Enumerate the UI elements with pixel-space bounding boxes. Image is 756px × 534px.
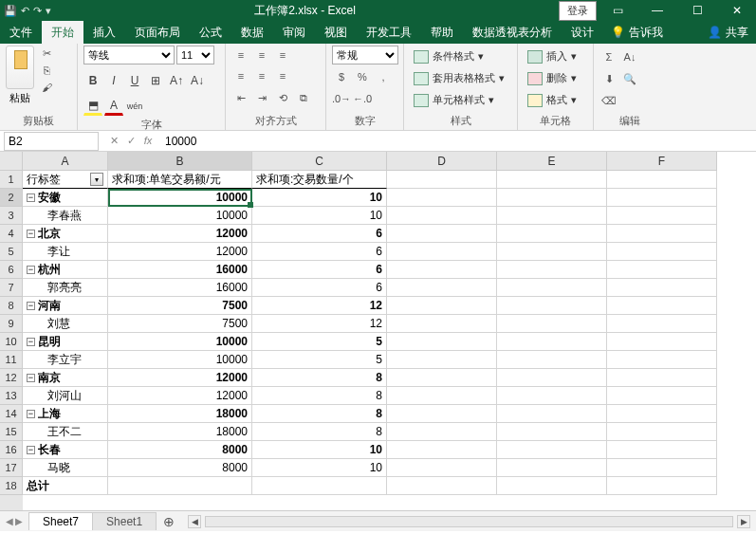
redo-icon[interactable]: ↷ [33, 5, 42, 17]
find-select-button[interactable]: 🔍 [620, 69, 639, 88]
row-header[interactable]: 16 [0, 441, 23, 459]
cell[interactable] [497, 477, 607, 495]
cell[interactable] [497, 351, 607, 369]
cell[interactable] [497, 333, 607, 351]
login-button[interactable]: 登录 [559, 1, 597, 21]
cell[interactable]: −昆明 [23, 333, 108, 351]
cell[interactable] [607, 459, 717, 477]
percent-button[interactable]: % [353, 67, 372, 86]
row-header[interactable]: 10 [0, 333, 23, 351]
orientation-button[interactable]: ⟲ [273, 88, 292, 107]
border-button[interactable]: ⊞ [146, 71, 165, 90]
autosum-button[interactable]: Σ [599, 47, 618, 66]
sort-filter-button[interactable]: A↓ [620, 47, 639, 66]
cell[interactable]: 王不二 [23, 423, 108, 441]
select-all-corner[interactable] [0, 152, 23, 171]
row-header[interactable]: 17 [0, 459, 23, 477]
paste-button[interactable] [6, 46, 34, 89]
cell[interactable]: 18000 [108, 405, 252, 423]
hscroll-left-icon[interactable]: ◀ [188, 515, 201, 528]
delete-cells-button[interactable]: 删除▾ [524, 69, 581, 87]
tab-layout[interactable]: 页面布局 [125, 21, 190, 44]
merge-button[interactable]: ⧉ [294, 88, 313, 107]
cell[interactable] [607, 423, 717, 441]
cell[interactable]: 10 [252, 441, 387, 459]
cell[interactable] [607, 279, 717, 297]
undo-icon[interactable]: ↶ [21, 5, 29, 17]
cell[interactable] [387, 297, 497, 315]
cell[interactable] [387, 441, 497, 459]
qat-more-icon[interactable]: ▾ [46, 5, 51, 17]
cell[interactable]: 10000 [108, 189, 252, 207]
cell[interactable]: 18000 [108, 423, 252, 441]
cell[interactable] [387, 189, 497, 207]
cell-styles-button[interactable]: 单元格样式▾ [410, 91, 498, 109]
cell[interactable] [252, 477, 387, 495]
close-icon[interactable]: ✕ [718, 2, 756, 19]
cell[interactable] [607, 297, 717, 315]
cell[interactable] [497, 261, 607, 279]
cell[interactable] [607, 369, 717, 387]
cell[interactable]: 李让 [23, 243, 108, 261]
conditional-format-button[interactable]: 条件格式▾ [410, 47, 488, 65]
fill-button[interactable]: ⬇ [599, 69, 618, 88]
align-left-button[interactable]: ≡ [231, 66, 250, 85]
tab-data[interactable]: 数据 [231, 21, 273, 44]
cell[interactable] [387, 261, 497, 279]
cell[interactable] [607, 333, 717, 351]
cell[interactable] [387, 459, 497, 477]
minimize-icon[interactable]: — [638, 2, 676, 19]
cell[interactable]: −安徽 [23, 189, 108, 207]
col-header-D[interactable]: D [387, 152, 497, 171]
cell[interactable]: 6 [252, 261, 387, 279]
copy-icon[interactable]: ⎘ [38, 63, 55, 78]
cell[interactable]: 6 [252, 279, 387, 297]
collapse-icon[interactable]: − [27, 266, 35, 274]
align-top-button[interactable]: ≡ [231, 46, 250, 64]
underline-button[interactable]: U [125, 71, 144, 90]
cell[interactable] [497, 441, 607, 459]
align-right-button[interactable]: ≡ [273, 66, 292, 85]
tab-view[interactable]: 视图 [315, 21, 357, 44]
tab-nav-next-icon[interactable]: ▶ [15, 516, 23, 526]
row-header[interactable]: 1 [0, 171, 23, 189]
tab-dev[interactable]: 开发工具 [357, 21, 421, 44]
cell[interactable]: 8 [252, 369, 387, 387]
pivot-header-E[interactable] [497, 171, 607, 189]
cell[interactable] [387, 369, 497, 387]
save-icon[interactable]: 💾 [4, 5, 17, 17]
cell[interactable]: 16000 [108, 279, 252, 297]
cancel-formula-icon[interactable]: ✕ [106, 135, 121, 147]
cell[interactable] [387, 477, 497, 495]
cell[interactable]: 总计 [23, 477, 108, 495]
cell[interactable] [607, 441, 717, 459]
pivot-header-D[interactable] [387, 171, 497, 189]
cell[interactable]: 12000 [108, 369, 252, 387]
cell[interactable] [607, 477, 717, 495]
sheet-tab-sheet7[interactable]: Sheet7 [28, 512, 93, 530]
comma-button[interactable]: , [374, 67, 393, 86]
enter-formula-icon[interactable]: ✓ [123, 135, 138, 147]
italic-button[interactable]: I [104, 71, 123, 90]
cell[interactable] [607, 225, 717, 243]
row-header[interactable]: 9 [0, 315, 23, 333]
pivot-header-F[interactable] [607, 171, 717, 189]
collapse-icon[interactable]: − [27, 230, 35, 238]
cell[interactable] [387, 405, 497, 423]
cell[interactable]: 马晓 [23, 459, 108, 477]
filter-icon[interactable]: ▾ [90, 173, 103, 186]
cell[interactable] [497, 243, 607, 261]
row-header[interactable]: 14 [0, 405, 23, 423]
collapse-icon[interactable]: − [27, 410, 35, 418]
increase-decimal-button[interactable]: .0→ [332, 89, 351, 108]
currency-button[interactable]: $ [332, 67, 351, 86]
cell[interactable]: 10 [252, 459, 387, 477]
cell[interactable] [607, 189, 717, 207]
cell[interactable]: 6 [252, 225, 387, 243]
tell-me[interactable]: 💡告诉我 [603, 21, 671, 44]
tab-pivot-analyze[interactable]: 数据透视表分析 [463, 21, 562, 44]
cell[interactable]: 7500 [108, 297, 252, 315]
cell[interactable]: −北京 [23, 225, 108, 243]
cell[interactable] [497, 279, 607, 297]
cell[interactable]: 10 [252, 207, 387, 225]
